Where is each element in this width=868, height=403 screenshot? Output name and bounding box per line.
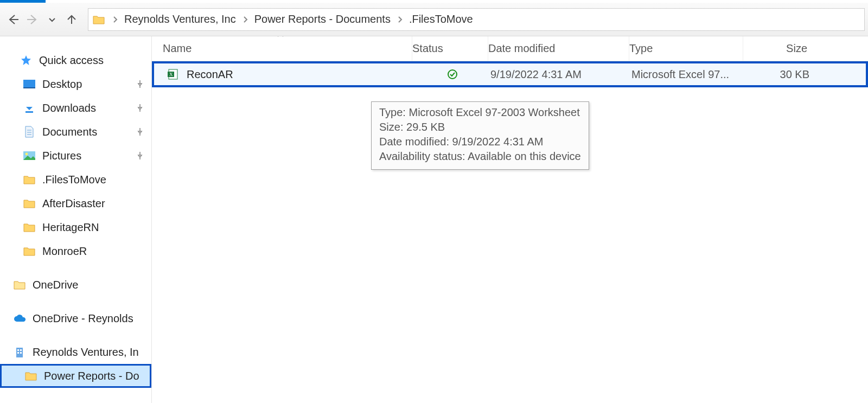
sidebar-item-label: Documents [42, 126, 97, 138]
cloud-icon [12, 314, 27, 323]
file-tooltip: Type: Microsoft Excel 97-2003 Worksheet … [371, 101, 589, 170]
sidebar-item-label: Desktop [42, 78, 82, 91]
svg-rect-8 [17, 352, 19, 354]
desktop-icon [22, 80, 37, 88]
column-header-size[interactable]: Size [743, 42, 819, 55]
nav-up-button[interactable] [62, 10, 81, 29]
star-icon [18, 55, 34, 66]
svg-point-4 [25, 153, 28, 156]
sidebar-item-reynolds-ventures[interactable]: Reynolds Ventures, In [0, 340, 151, 364]
sidebar-item-onedrive[interactable]: OneDrive [0, 273, 151, 297]
pin-icon [136, 80, 144, 88]
folder-icon [22, 222, 37, 232]
svg-rect-6 [17, 349, 19, 351]
chevron-right-icon [397, 16, 403, 23]
svg-rect-1 [23, 87, 35, 88]
breadcrumb-seg-2[interactable]: Power Reports - Documents [252, 13, 393, 25]
folder-icon [12, 280, 27, 290]
sidebar-item-label: MonroeR [42, 245, 87, 258]
sidebar-item-pictures[interactable]: Pictures [0, 144, 151, 168]
svg-point-13 [448, 70, 457, 79]
status-available-icon [414, 69, 490, 80]
pictures-icon [22, 151, 37, 160]
sidebar-item-documents[interactable]: Documents [0, 120, 151, 144]
building-icon [12, 347, 27, 357]
file-name: ReconAR [187, 68, 414, 81]
folder-icon [22, 246, 37, 256]
excel-file-icon: X [165, 68, 181, 80]
document-icon [22, 126, 37, 138]
file-size: 30 KB [745, 68, 821, 81]
column-headers: Name Status Date modified Type Size [152, 36, 868, 61]
file-row-reconar[interactable]: X ReconAR 9/19/2022 4:31 AM Microsoft Ex… [152, 61, 868, 87]
file-date: 9/19/2022 4:31 AM [490, 68, 631, 81]
column-label: Date modified [488, 42, 555, 55]
sidebar-item-label: OneDrive - Reynolds [33, 312, 133, 325]
file-type: Microsoft Excel 97... [631, 68, 745, 81]
pin-icon [136, 151, 144, 160]
sidebar-item-heritagern[interactable]: HeritageRN [0, 215, 151, 239]
file-list-pane: Name Status Date modified Type Size [152, 36, 868, 403]
column-label: Name [163, 42, 192, 55]
sidebar-item-power-reports[interactable]: Power Reports - Do [0, 364, 151, 388]
sidebar-item-downloads[interactable]: Downloads [0, 96, 151, 120]
column-header-status[interactable]: Status [412, 36, 488, 61]
breadcrumb-seg-3[interactable]: .FilesToMove [407, 13, 475, 25]
navigation-pane: Quick access Desktop Downloads [0, 36, 152, 403]
sidebar-item-label: Reynolds Ventures, In [33, 346, 139, 359]
folder-icon [23, 371, 39, 381]
column-header-name[interactable]: Name [163, 36, 412, 61]
sort-ascending-icon [277, 36, 284, 37]
svg-rect-7 [20, 349, 22, 351]
sidebar-item-monroer[interactable]: MonroeR [0, 239, 151, 263]
sidebar-item-label: HeritageRN [42, 221, 99, 234]
sidebar-item-label: OneDrive [33, 279, 78, 291]
svg-rect-5 [16, 348, 23, 357]
sidebar-item-label: Power Reports - Do [44, 370, 139, 382]
column-header-type[interactable]: Type [629, 36, 743, 61]
folder-icon [22, 199, 37, 208]
nav-back-button[interactable] [3, 10, 23, 29]
folder-icon [22, 175, 37, 184]
tooltip-line: Size: 29.5 KB [379, 120, 581, 135]
sidebar-item-label: AfterDisaster [42, 197, 105, 210]
svg-rect-0 [23, 80, 35, 87]
sidebar-item-onedrive-reynolds[interactable]: OneDrive - Reynolds [0, 306, 151, 330]
sidebar-item-desktop[interactable]: Desktop [0, 72, 151, 96]
column-label: Status [412, 42, 443, 55]
pin-icon [136, 104, 144, 112]
svg-rect-2 [25, 111, 33, 113]
sidebar-item-label: Quick access [39, 54, 104, 67]
svg-rect-9 [20, 352, 22, 354]
column-header-date[interactable]: Date modified [488, 36, 629, 61]
sidebar-item-afterdisaster[interactable]: AfterDisaster [0, 191, 151, 215]
chevron-right-icon [242, 16, 248, 23]
sidebar-item-filestomove[interactable]: .FilesToMove [0, 168, 151, 191]
breadcrumb[interactable]: Reynolds Ventures, Inc Power Reports - D… [88, 8, 865, 31]
folder-icon [93, 15, 105, 24]
breadcrumb-seg-1[interactable]: Reynolds Ventures, Inc [122, 13, 238, 25]
svg-text:X: X [169, 72, 173, 77]
sidebar-item-label: Pictures [42, 150, 81, 162]
chevron-right-icon [112, 16, 118, 23]
download-arrow-icon [22, 103, 37, 113]
column-label: Type [629, 42, 653, 55]
tooltip-line: Availability status: Available on this d… [379, 149, 581, 164]
address-bar: Reynolds Ventures, Inc Power Reports - D… [0, 3, 868, 36]
tooltip-line: Date modified: 9/19/2022 4:31 AM [379, 135, 581, 149]
pin-icon [136, 127, 144, 136]
tooltip-line: Type: Microsoft Excel 97-2003 Worksheet [379, 105, 581, 120]
nav-forward-button[interactable] [23, 10, 42, 29]
sidebar-item-label: .FilesToMove [42, 174, 106, 186]
nav-recent-dropdown[interactable] [42, 10, 62, 29]
sidebar-item-label: Downloads [42, 102, 96, 114]
sidebar-item-quick-access[interactable]: Quick access [0, 48, 151, 72]
column-label: Size [786, 42, 807, 54]
